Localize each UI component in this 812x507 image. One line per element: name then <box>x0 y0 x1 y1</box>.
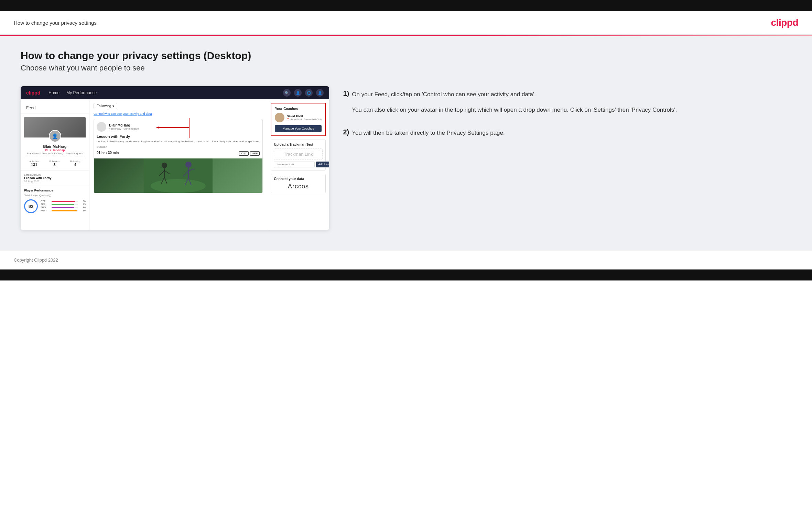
coach-avatar <box>275 113 284 122</box>
content-grid: clippd Home My Performance 🔍 👤 🌐 👤 <box>21 86 791 230</box>
activity-user: Blair McHarg <box>109 123 139 127</box>
app-logo: clippd <box>26 90 40 96</box>
app-feed: Following ▾ Control who can see your act… <box>89 99 267 230</box>
trackman-input[interactable] <box>274 162 315 167</box>
profile-name: Blair McHarg <box>24 144 86 148</box>
app-nav-right: 🔍 👤 🌐 👤 <box>283 89 324 97</box>
activity-tags: OTT APP <box>239 151 260 156</box>
app-mockup-wrapper: clippd Home My Performance 🔍 👤 🌐 👤 <box>21 86 329 230</box>
instructions: 1) On your Feed, click/tap on 'Control w… <box>343 86 791 156</box>
instruction-2: 2) You will then be taken directly to th… <box>343 128 791 139</box>
profile-club: Royal North Devon Golf Club, United King… <box>24 152 86 155</box>
coaches-section: Your Coaches David Ford 📍 Royal North De… <box>272 104 324 135</box>
instruction-1-number: 1) <box>343 90 349 98</box>
app-right-panel: Your Coaches David Ford 📍 Royal North De… <box>267 99 329 230</box>
black-top-bar <box>0 0 812 11</box>
activity-description: Looking to feel like my hands are exitin… <box>97 140 260 143</box>
nav-my-performance[interactable]: My Performance <box>66 90 97 95</box>
following-button[interactable]: Following ▾ <box>94 103 117 109</box>
instruction-1: 1) On your Feed, click/tap on 'Control w… <box>343 90 791 114</box>
svg-point-2 <box>162 163 167 168</box>
top-bar: How to change your privacy settings clip… <box>0 11 812 35</box>
quality-score: 92 <box>24 199 38 213</box>
page-subheading: Choose what you want people to see <box>21 64 791 73</box>
instruction-2-number: 2) <box>343 128 349 136</box>
coaches-section-title: Your Coaches <box>275 107 322 111</box>
profile-handicap: Plus Handicap <box>24 148 86 152</box>
app-sidebar: Feed 👤 Blair McHarg Plus Handicap Royal … <box>21 99 89 230</box>
arccos-brand: Arccos <box>274 183 323 190</box>
latest-activity: Latest Activity Lesson with Fordy 03 Aug… <box>21 170 89 186</box>
stat-followers: Followers 3 <box>50 160 60 167</box>
app-nav: clippd Home My Performance 🔍 👤 🌐 👤 <box>21 86 329 99</box>
page-heading: How to change your privacy settings (Des… <box>21 50 791 62</box>
nav-home[interactable]: Home <box>48 90 59 95</box>
coach-club: 📍 Royal North Devon Golf Club <box>286 118 321 121</box>
coach-row: David Ford 📍 Royal North Devon Golf Club <box>275 113 322 122</box>
coach-name: David Ford <box>286 114 321 118</box>
trackman-title: Upload a Trackman Test <box>274 143 323 146</box>
control-privacy-link[interactable]: Control who can see your activity and da… <box>94 112 263 115</box>
chevron-down-icon: ▾ <box>112 104 114 108</box>
activity-title: Lesson with Fordy <box>97 134 260 139</box>
copyright-text: Copyright Clippd 2022 <box>14 257 58 263</box>
trackman-section: Upload a Trackman Test Trackman Link Add… <box>271 140 326 170</box>
search-icon[interactable]: 🔍 <box>283 89 291 97</box>
duration-label: Duration <box>97 145 260 148</box>
instruction-1-extra: You can also click on your avatar in the… <box>352 105 677 114</box>
connect-section: Connect your data Arccos <box>271 174 326 193</box>
location-icon: 📍 <box>286 118 290 121</box>
player-performance: Player Performance Total Player Quality … <box>21 186 89 216</box>
profile-avatar-area: 👤 <box>24 117 86 137</box>
instruction-1-text: On your Feed, click/tap on 'Control who … <box>352 90 677 99</box>
app-nav-items: Home My Performance <box>48 90 97 95</box>
activity-image <box>94 158 262 193</box>
activity-card: Blair McHarg Yesterday · Sunningdale Les… <box>94 119 263 193</box>
trackman-placeholder: Trackman Link <box>274 148 323 159</box>
globe-icon[interactable]: 🌐 <box>305 89 313 97</box>
profile-avatar: 👤 <box>49 130 61 142</box>
stat-following: Following 4 <box>70 160 80 167</box>
activity-avatar <box>97 122 106 132</box>
manage-coaches-button[interactable]: Manage Your Coaches <box>275 125 322 132</box>
person-icon[interactable]: 👤 <box>294 89 302 97</box>
svg-point-1 <box>151 179 206 193</box>
profile-stats: Activities 131 Followers 3 Following 4 <box>24 158 86 167</box>
instruction-2-text: You will then be taken directly to the P… <box>352 128 505 137</box>
footer: Copyright Clippd 2022 <box>0 251 812 269</box>
golfer-svg <box>144 158 213 193</box>
tag-ott: OTT <box>239 151 249 156</box>
app-body: Feed 👤 Blair McHarg Plus Handicap Royal … <box>21 99 329 230</box>
site-logo: clippd <box>771 17 798 28</box>
activity-location: Yesterday · Sunningdale <box>109 127 139 130</box>
page-breadcrumb: How to change your privacy settings <box>14 20 97 26</box>
connect-title: Connect your data <box>274 177 323 181</box>
feed-tab[interactable]: Feed <box>21 103 89 113</box>
main-content: How to change your privacy settings (Des… <box>0 36 812 251</box>
tag-app: APP <box>250 151 260 156</box>
add-link-button[interactable]: Add Link <box>316 162 329 167</box>
quality-bars: OTT 90 APP 85 <box>41 200 86 212</box>
svg-point-8 <box>185 162 192 168</box>
profile-card: 👤 Blair McHarg Plus Handicap Royal North… <box>21 113 89 170</box>
app-mockup: clippd Home My Performance 🔍 👤 🌐 👤 <box>21 86 329 230</box>
coaches-section-highlighted: Your Coaches David Ford 📍 Royal North De… <box>271 103 326 136</box>
black-bottom-bar <box>0 269 812 280</box>
activity-time: 01 hr : 30 min <box>97 151 119 155</box>
stat-activities: Activities 131 <box>29 160 39 167</box>
avatar-icon[interactable]: 👤 <box>316 89 324 97</box>
